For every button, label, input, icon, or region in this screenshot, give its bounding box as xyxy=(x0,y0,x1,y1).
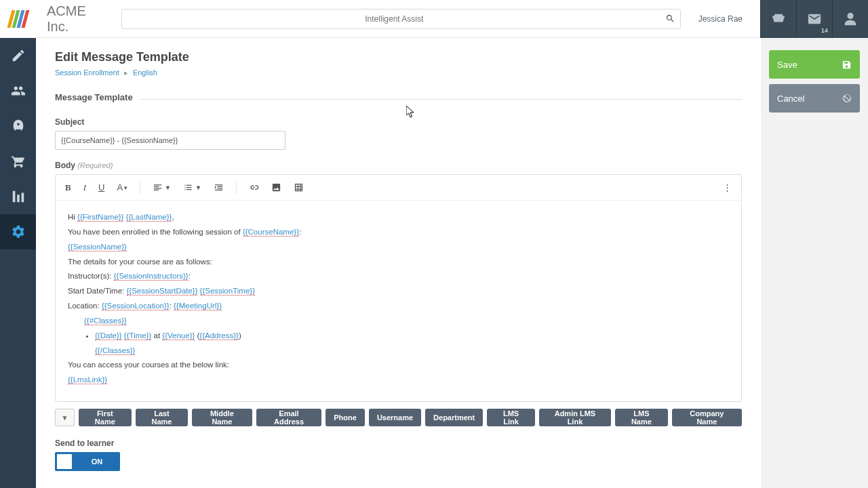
link-button[interactable] xyxy=(249,182,259,192)
search-container xyxy=(121,9,681,29)
merge-username[interactable]: Username xyxy=(369,409,421,426)
breadcrumb-parent[interactable]: Session Enrollment xyxy=(55,68,119,77)
messages-badge: 14 xyxy=(821,27,828,34)
merge-middle-name[interactable]: Middle Name xyxy=(192,409,252,426)
nav-compose-icon[interactable] xyxy=(0,38,36,73)
breadcrumb-current[interactable]: English xyxy=(133,68,157,77)
body-label: Body (Required) xyxy=(55,161,742,170)
merge-dropdown[interactable]: ▼ xyxy=(55,409,75,426)
bold-button[interactable]: B xyxy=(65,182,71,193)
nav-cart-icon[interactable] xyxy=(0,144,36,179)
send-to-learner-label: Send to learner xyxy=(55,439,742,448)
nav-reports-icon[interactable] xyxy=(0,179,36,214)
nav-people-icon[interactable] xyxy=(0,73,36,108)
merge-field-bar: ▼ First Name Last Name Middle Name Email… xyxy=(55,409,742,426)
nav-rocket-icon[interactable] xyxy=(0,108,36,144)
breadcrumb-separator-icon: ▸ xyxy=(124,68,128,77)
editor-toolbar: B I U A▾ ▼ ▼ ⋮ xyxy=(56,175,741,201)
brand-name: ACME Inc. xyxy=(47,3,111,35)
page-title: Edit Message Template xyxy=(55,50,742,64)
merge-company-name[interactable]: Company Name xyxy=(672,409,742,426)
cancel-button[interactable]: Cancel xyxy=(769,84,860,113)
save-button[interactable]: Save xyxy=(769,50,860,79)
image-button[interactable] xyxy=(271,182,281,192)
merge-phone[interactable]: Phone xyxy=(326,409,365,426)
topbar-actions: 14 xyxy=(760,0,868,38)
nav-settings-icon[interactable] xyxy=(0,214,36,249)
table-button[interactable] xyxy=(294,182,304,192)
current-user-name[interactable]: Jessica Rae xyxy=(692,14,749,24)
top-bar: ACME Inc. Jessica Rae 14 xyxy=(36,0,868,38)
merge-lms-name[interactable]: LMS Name xyxy=(615,409,668,426)
send-to-learner-toggle[interactable]: ON xyxy=(55,452,120,471)
merge-admin-lms-link[interactable]: Admin LMS Link xyxy=(539,409,611,426)
side-actions: Save Cancel xyxy=(761,38,868,488)
indent-button[interactable] xyxy=(214,182,224,192)
align-button[interactable]: ▼ xyxy=(153,182,171,192)
list-button[interactable]: ▼ xyxy=(183,182,201,192)
merge-last-name[interactable]: Last Name xyxy=(136,409,188,426)
main-content: Edit Message Template Session Enrollment… xyxy=(36,38,761,488)
clear-format-button[interactable]: A▾ xyxy=(117,182,127,192)
breadcrumb: Session Enrollment ▸ English xyxy=(55,68,742,77)
subject-input[interactable] xyxy=(55,131,285,150)
merge-department[interactable]: Department xyxy=(425,409,483,426)
editor-content[interactable]: Hi {{FirstName}} {{LastName}}, You have … xyxy=(56,201,741,401)
section-title: Message Template xyxy=(55,92,133,106)
search-input[interactable] xyxy=(121,9,681,29)
orders-icon[interactable] xyxy=(760,0,796,38)
merge-lms-link[interactable]: LMS Link xyxy=(487,409,535,426)
underline-button[interactable]: U xyxy=(98,182,104,192)
app-logo xyxy=(0,0,36,38)
more-button[interactable]: ⋮ xyxy=(723,182,732,192)
merge-first-name[interactable]: First Name xyxy=(79,409,132,426)
messages-icon[interactable]: 14 xyxy=(796,0,832,38)
italic-button[interactable]: I xyxy=(83,182,86,193)
search-icon[interactable] xyxy=(665,14,675,26)
rich-text-editor: B I U A▾ ▼ ▼ ⋮ H xyxy=(55,174,742,402)
profile-icon[interactable] xyxy=(832,0,868,38)
merge-email[interactable]: Email Address xyxy=(256,409,322,426)
left-nav-rail xyxy=(0,0,36,488)
subject-label: Subject xyxy=(55,117,742,127)
